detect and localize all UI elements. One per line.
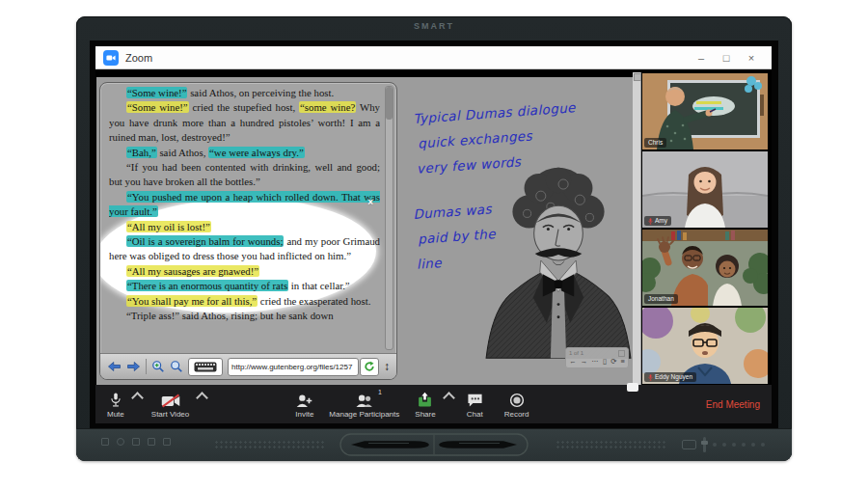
- manage-participants-label: Manage Participants: [329, 410, 399, 419]
- record-button[interactable]: Record: [504, 391, 529, 419]
- bezel-control-panel: [682, 437, 765, 452]
- refresh-button[interactable]: [360, 358, 379, 376]
- video-strip-scrollbar[interactable]: [633, 72, 641, 385]
- minimize-button[interactable]: –: [689, 47, 714, 68]
- start-video-label: Start Video: [151, 410, 189, 419]
- bezel-buttons[interactable]: [713, 443, 765, 447]
- pager-refresh-icon[interactable]: ⟳: [610, 357, 616, 367]
- document-paragraph: “Bah,” said Athos, “we were always dry.”: [109, 146, 380, 160]
- window-titlebar: Zoom – □ ×: [95, 46, 772, 69]
- close-button[interactable]: ×: [739, 47, 764, 68]
- window-title: Zoom: [125, 52, 152, 64]
- pager-expand-icon[interactable]: [618, 350, 625, 357]
- participants-icon: 1: [355, 391, 374, 408]
- document-text: “Some wine!” said Athos, on perceiving t…: [109, 86, 380, 350]
- share-label: Share: [415, 410, 435, 419]
- mute-button[interactable]: Mute: [107, 391, 124, 419]
- share-icon: [417, 391, 433, 408]
- zoom-in-icon[interactable]: [151, 360, 165, 373]
- bezel-volume-slider[interactable]: [703, 437, 706, 452]
- address-bar[interactable]: [228, 358, 359, 376]
- scrollbar-thumb[interactable]: [386, 87, 393, 120]
- zoom-app-icon: [103, 50, 119, 66]
- document-paragraph: “Triple ass!” said Athos, rising; but he…: [109, 309, 380, 323]
- browser-toolbar: ↕: [100, 353, 396, 379]
- zoom-out-icon[interactable]: [170, 360, 183, 373]
- document-paragraph: “Oil is a sovereign balm for wounds; and…: [109, 234, 380, 264]
- participant-name: Chris: [648, 139, 663, 147]
- address-input[interactable]: [229, 363, 358, 371]
- chat-icon: [467, 391, 483, 408]
- tray-pen-right: [439, 441, 517, 448]
- panel-divider-handle[interactable]: [627, 383, 638, 392]
- display-screen: Zoom – □ × × “Some wi: [90, 41, 778, 429]
- forward-button[interactable]: [126, 361, 141, 372]
- participants-count: 1: [378, 389, 382, 395]
- page: SMART Zoom – □ ×: [0, 0, 868, 489]
- invite-icon: [296, 391, 312, 408]
- participant-name: Amy: [655, 217, 667, 225]
- participant-name: Eddy Nguyen: [655, 373, 692, 381]
- mute-label: Mute: [107, 410, 124, 419]
- scroll-mode-icon[interactable]: ↕: [384, 361, 390, 372]
- tray-pen-left: [351, 441, 429, 448]
- document-paragraph: “All my sausages are gnawed!”: [109, 264, 380, 279]
- pager-more-icon[interactable]: ⋯: [591, 357, 599, 367]
- record-label: Record: [504, 410, 529, 419]
- bezel-home-button[interactable]: [682, 440, 696, 449]
- document-paragraph: “Some wine!” cried the stupefied host, “…: [109, 100, 380, 145]
- share-button[interactable]: Share: [415, 391, 435, 419]
- microphone-icon: [109, 391, 122, 408]
- participant-video-3[interactable]: Jonathan: [642, 230, 768, 306]
- meeting-toolbar: Mute Start Video Invite: [95, 385, 772, 423]
- pager-next-icon[interactable]: →: [581, 357, 588, 367]
- document-paragraph: “You pushed me upon a heap which rolled …: [109, 190, 380, 220]
- bottom-bezel: [76, 428, 792, 461]
- muted-mic-icon: [648, 218, 653, 225]
- participant-name-badge: Chris: [644, 138, 666, 148]
- shared-whiteboard[interactable]: × “Some wine!” said Athos, on perceiving…: [96, 77, 633, 385]
- keyboard-button[interactable]: [188, 358, 223, 376]
- share-options-chevron[interactable]: [443, 392, 455, 404]
- dumas-portrait-sketch: [480, 158, 633, 363]
- document-viewer: × “Some wine!” said Athos, on perceiving…: [99, 82, 397, 380]
- participant-video-1[interactable]: Chris: [642, 73, 768, 149]
- video-thumbnails: Chris: [642, 73, 768, 386]
- participant-video-strip: Chris: [633, 72, 772, 385]
- participant-video-4[interactable]: Eddy Nguyen: [642, 308, 768, 384]
- maximize-button[interactable]: □: [714, 47, 739, 68]
- video-strip-scroll-button[interactable]: [634, 73, 641, 81]
- page-indicator: 1 of 1: [569, 350, 583, 356]
- video-options-chevron[interactable]: [196, 392, 208, 404]
- document-scrollbar[interactable]: [385, 86, 393, 350]
- invite-button[interactable]: Invite: [295, 391, 313, 419]
- smart-logo: SMART: [76, 21, 792, 31]
- ink-close-icon[interactable]: ×: [367, 197, 373, 207]
- start-video-button[interactable]: Start Video: [151, 391, 189, 419]
- document-paragraph: “All my oil is lost!”: [109, 220, 380, 234]
- pager-menu-icon[interactable]: ≡: [621, 357, 625, 367]
- video-off-icon: [161, 391, 180, 408]
- zoom-window: Zoom – □ × × “Some wi: [95, 46, 772, 423]
- back-button[interactable]: [107, 361, 122, 372]
- refresh-icon: [364, 361, 375, 372]
- muted-mic-icon: [648, 374, 653, 381]
- mute-options-chevron[interactable]: [131, 392, 144, 404]
- record-icon: [509, 391, 525, 408]
- end-meeting-button[interactable]: End Meeting: [706, 399, 760, 410]
- speaker-grille-left: [214, 440, 325, 449]
- participant-video-2[interactable]: Amy: [642, 151, 768, 228]
- pager-prev-icon[interactable]: ←: [569, 357, 577, 367]
- participant-name-badge: Eddy Nguyen: [644, 372, 696, 382]
- chat-button[interactable]: Chat: [467, 391, 483, 419]
- pager-page-icon[interactable]: ▯: [603, 357, 607, 367]
- participant-name-badge: Amy: [644, 216, 671, 226]
- toolbar-divider: [146, 359, 147, 374]
- document-paragraph: “Some wine!” said Athos, on perceiving t…: [109, 86, 380, 100]
- speaker-grille-right: [556, 440, 666, 449]
- document-paragraph: “If you had been contented with drinking…: [109, 160, 380, 190]
- keyboard-icon: [194, 362, 217, 372]
- document-paragraph: “There is an enormous quantity of rats i…: [109, 279, 380, 293]
- participant-name-badge: Jonathan: [644, 294, 678, 304]
- manage-participants-button[interactable]: 1 Manage Participants: [329, 391, 399, 419]
